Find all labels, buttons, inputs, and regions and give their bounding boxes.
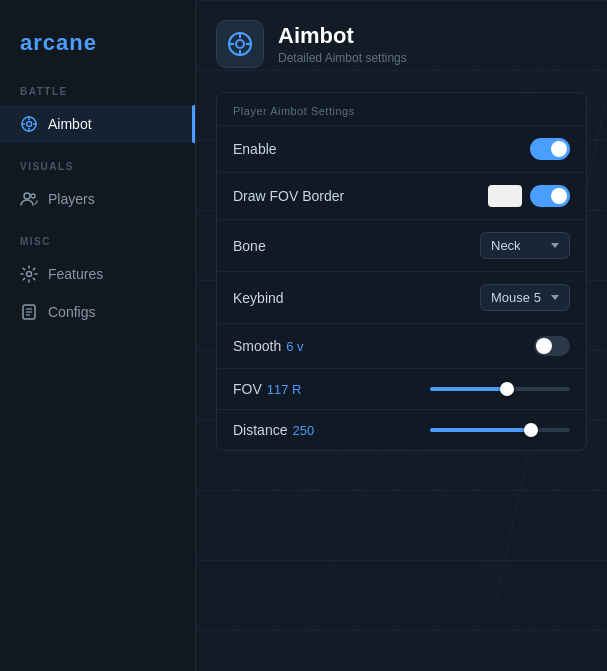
svg-point-19 [236,40,244,48]
setting-label-draw-fov-border: Draw FOV Border [233,188,344,204]
sidebar-item-features[interactable]: Features [0,255,195,293]
toggle-draw-fov-border[interactable] [530,185,570,207]
dropdown-keybind[interactable]: Mouse 5 [480,284,570,311]
users-icon [20,190,38,208]
setting-label-keybind: Keybind [233,290,284,306]
content-area: Aimbot Detailed Aimbot settings Player A… [196,0,607,471]
svg-point-6 [24,193,30,199]
chevron-down-icon [551,243,559,248]
gear-icon [20,265,38,283]
dropdown-keybind-value: Mouse 5 [491,290,541,305]
sidebar-item-aimbot[interactable]: Aimbot [0,105,195,143]
page-header-icon [216,20,264,68]
app-logo: arcane [0,20,195,86]
fov-border-controls [488,185,570,207]
setting-row-draw-fov-border: Draw FOV Border [217,172,586,219]
sidebar-item-players[interactable]: Players [0,180,195,218]
crosshair-icon [20,115,38,133]
setting-label-distance: Distance 250 [233,422,314,438]
svg-point-8 [27,272,32,277]
smooth-toggle[interactable] [534,336,570,356]
dropdown-bone[interactable]: Neck [480,232,570,259]
distance-slider-track[interactable] [430,428,570,432]
setting-row-enable: Enable [217,125,586,172]
dropdown-bone-value: Neck [491,238,521,253]
section-misc: MISC [0,236,195,255]
setting-row-keybind: Keybind Mouse 5 [217,271,586,323]
section-visuals-group: VISUALS Players [0,161,195,218]
settings-section-title: Player Aimbot Settings [217,93,586,125]
page-header: Aimbot Detailed Aimbot settings [216,20,587,68]
settings-card: Player Aimbot Settings Enable Draw FOV B… [216,92,587,451]
distance-slider-fill [430,428,531,432]
setting-label-enable: Enable [233,141,277,157]
toggle-enable[interactable] [530,138,570,160]
logo-ane: ane [56,30,97,55]
svg-point-7 [31,194,35,198]
fov-slider-track[interactable] [430,387,570,391]
fov-border-preview-box [488,185,522,207]
fov-slider-thumb[interactable] [500,382,514,396]
fov-slider-fill [430,387,507,391]
page-subtitle: Detailed Aimbot settings [278,51,407,65]
distance-slider-container [430,428,570,432]
distance-value-hint: 250 [292,423,314,438]
setting-label-bone: Bone [233,238,266,254]
sidebar-item-features-label: Features [48,266,103,282]
sidebar-item-configs-label: Configs [48,304,95,320]
chevron-down-icon-keybind [551,295,559,300]
setting-row-smooth: Smooth 6 v [217,323,586,368]
document-icon [20,303,38,321]
fov-slider-container [430,387,570,391]
setting-row-bone: Bone Neck [217,219,586,271]
sidebar-item-aimbot-label: Aimbot [48,116,92,132]
page-header-text: Aimbot Detailed Aimbot settings [278,23,407,65]
svg-point-1 [27,122,32,127]
setting-label-fov: FOV 117 R [233,381,301,397]
distance-slider-thumb[interactable] [524,423,538,437]
section-visuals: VISUALS [0,161,195,180]
main-content: Aimbot Detailed Aimbot settings Player A… [196,0,607,671]
sidebar-item-players-label: Players [48,191,95,207]
page-title: Aimbot [278,23,407,49]
section-misc-group: MISC Features Configs [0,236,195,331]
setting-label-smooth: Smooth 6 v [233,338,304,354]
logo-arc: arc [20,30,56,55]
smooth-value-hint: 6 v [286,339,303,354]
setting-row-distance: Distance 250 [217,409,586,450]
sidebar: arcane BATTLE Aimbot VISUALS [0,0,196,671]
fov-value-hint: 117 R [267,382,302,397]
setting-row-fov: FOV 117 R [217,368,586,409]
sidebar-item-configs[interactable]: Configs [0,293,195,331]
section-battle: BATTLE [0,86,195,105]
